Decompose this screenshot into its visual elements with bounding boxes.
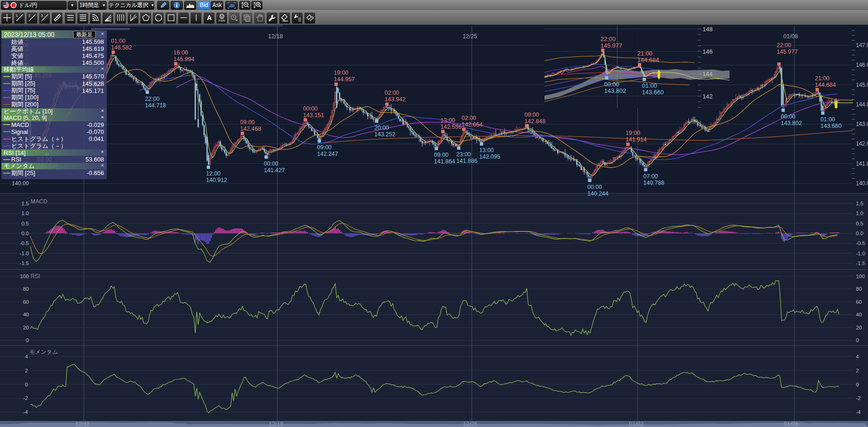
svg-text:19:00: 19:00 — [334, 70, 348, 76]
svg-text:142.0: 142.0 — [856, 140, 868, 147]
svg-text:140.244: 140.244 — [587, 190, 608, 197]
svg-text:22:00: 22:00 — [777, 42, 791, 49]
svg-text:146.582: 146.582 — [111, 44, 132, 51]
svg-text:143.0: 143.0 — [856, 121, 868, 127]
svg-text:145.977: 145.977 — [777, 49, 798, 55]
svg-text:02:00: 02:00 — [462, 115, 476, 121]
svg-text:1.5: 1.5 — [21, 201, 29, 206]
svg-text:0.5: 0.5 — [21, 221, 29, 226]
svg-text:01:00: 01:00 — [820, 116, 835, 123]
svg-text:141.864: 141.864 — [434, 158, 455, 165]
svg-text:140.912: 140.912 — [206, 177, 227, 183]
svg-text:00:00: 00:00 — [781, 113, 795, 120]
svg-text:01/08: 01/08 — [784, 421, 798, 427]
svg-text:3: 3 — [41, 14, 43, 17]
svg-text:19:00: 19:00 — [626, 130, 640, 136]
svg-text:140.00: 140.00 — [12, 180, 29, 187]
svg-text:142.848: 142.848 — [524, 118, 545, 125]
svg-text:-1.5: -1.5 — [856, 260, 865, 266]
svg-text:09:00: 09:00 — [317, 144, 331, 151]
svg-text:20: 20 — [856, 325, 862, 330]
svg-text:21:00: 21:00 — [815, 75, 829, 82]
svg-text:2: 2 — [28, 14, 30, 17]
svg-text:02:00: 02:00 — [385, 90, 399, 96]
svg-text:1.0: 1.0 — [856, 210, 863, 216]
svg-text:141.886: 141.886 — [456, 158, 477, 164]
svg-text:00:00: 00:00 — [264, 161, 278, 167]
svg-text:-2: -2 — [856, 395, 861, 401]
svg-text:143.660: 143.660 — [820, 123, 841, 129]
svg-text:01:00: 01:00 — [111, 38, 125, 44]
svg-text:143.252: 143.252 — [374, 131, 395, 138]
svg-text:143.942: 143.942 — [385, 96, 406, 103]
svg-text:140.788: 140.788 — [643, 180, 664, 186]
svg-text:22:00: 22:00 — [145, 96, 159, 102]
svg-text:13:00: 13:00 — [479, 147, 494, 154]
svg-text:01/02: 01/02 — [629, 421, 643, 427]
svg-text:145.994: 145.994 — [173, 56, 194, 63]
svg-text:0.0: 0.0 — [856, 231, 863, 236]
svg-text:13:00: 13:00 — [441, 117, 455, 124]
svg-text:0.5: 0.5 — [856, 221, 863, 226]
svg-text:20: 20 — [23, 325, 29, 330]
svg-text:1.0: 1.0 — [21, 210, 29, 216]
svg-text:141.0: 141.0 — [856, 161, 868, 167]
svg-text:148: 148 — [703, 26, 713, 33]
svg-text:-1.0: -1.0 — [20, 251, 29, 256]
svg-text:141.427: 141.427 — [264, 167, 285, 174]
svg-text:12/25: 12/25 — [462, 33, 477, 40]
svg-text:MACD: MACD — [31, 198, 48, 205]
svg-text:0.0: 0.0 — [21, 231, 29, 236]
svg-text:4: 4 — [25, 354, 28, 359]
svg-text:00:00: 00:00 — [604, 81, 620, 88]
svg-text:0: 0 — [856, 382, 859, 387]
svg-text:142: 142 — [703, 93, 713, 100]
svg-text:09:00: 09:00 — [434, 152, 448, 158]
svg-text:12/18: 12/18 — [268, 33, 282, 40]
svg-text:12/25: 12/25 — [463, 421, 477, 427]
svg-text:21:00: 21:00 — [637, 50, 653, 57]
svg-text:146: 146 — [703, 48, 713, 55]
svg-text:12:00: 12:00 — [206, 170, 220, 177]
svg-text:144.0: 144.0 — [856, 101, 868, 108]
svg-text:80: 80 — [856, 286, 862, 292]
svg-text:100: 100 — [856, 273, 865, 279]
svg-text:143.802: 143.802 — [604, 87, 626, 94]
svg-text:2: 2 — [25, 368, 28, 373]
svg-text:-4: -4 — [23, 409, 28, 415]
svg-text:144.684: 144.684 — [815, 82, 836, 88]
svg-text:40: 40 — [23, 312, 29, 317]
svg-text:142.556: 142.556 — [441, 124, 462, 130]
svg-text:147.0: 147.0 — [856, 42, 868, 49]
svg-text:12/18: 12/18 — [269, 421, 283, 427]
svg-text:0: 0 — [26, 337, 29, 343]
svg-text:143.802: 143.802 — [781, 120, 802, 126]
svg-text:12/11: 12/11 — [76, 421, 90, 427]
svg-text:A: A — [207, 14, 212, 21]
svg-text:モメンタム: モメンタム — [29, 349, 58, 355]
svg-text:4: 4 — [856, 354, 859, 359]
svg-text:09:00: 09:00 — [524, 112, 539, 118]
svg-text:60: 60 — [23, 299, 29, 305]
svg-text:07:00: 07:00 — [643, 173, 658, 180]
svg-text:00:00: 00:00 — [587, 184, 602, 190]
svg-text:-1.5: -1.5 — [20, 260, 29, 266]
svg-text:40: 40 — [856, 312, 862, 317]
svg-text:2: 2 — [856, 368, 859, 373]
svg-text:ICON: ICON — [219, 19, 225, 22]
svg-text:20:00: 20:00 — [374, 125, 389, 131]
svg-text:142.468: 142.468 — [240, 126, 261, 132]
svg-text:0: 0 — [25, 382, 28, 387]
svg-text:140.0: 140.0 — [856, 180, 868, 187]
svg-text:144.684: 144.684 — [637, 56, 659, 63]
svg-text:22:00: 22:00 — [600, 35, 616, 42]
svg-text:-4: -4 — [856, 409, 861, 415]
svg-text:141.914: 141.914 — [626, 136, 647, 143]
svg-text:144.957: 144.957 — [334, 76, 355, 83]
svg-text:-2: -2 — [23, 395, 28, 401]
svg-text:142.247: 142.247 — [317, 151, 338, 157]
svg-text:-0.5: -0.5 — [20, 240, 29, 246]
svg-text:0: 0 — [856, 337, 859, 343]
svg-text:143.151: 143.151 — [303, 112, 324, 119]
svg-text:-1.0: -1.0 — [856, 251, 865, 256]
